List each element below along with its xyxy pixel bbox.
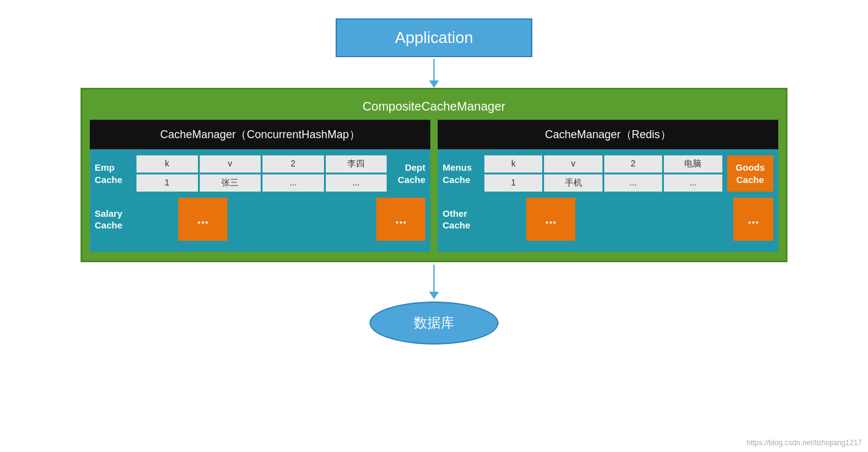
- diagram-container: Application CompositeCacheManager CacheM…: [0, 0, 868, 452]
- cache-manager-hashmap-title: CacheManager（ConcurrentHashMap）: [90, 120, 430, 149]
- database-label: 数据库: [414, 315, 454, 330]
- other-cache-label: OtherCache: [443, 198, 479, 241]
- application-label: Application: [395, 28, 473, 47]
- emp-grid-row-1: k v 2 李四: [136, 155, 387, 173]
- cache-manager-redis-title: CacheManager（Redis）: [438, 120, 778, 149]
- menus-cache-label: MenusCache: [443, 155, 479, 192]
- dept-cache-label: DeptCache: [392, 155, 425, 192]
- cache-manager-hashmap-content: EmpCache k v 2 李四 1 张三: [90, 149, 430, 246]
- cache-managers-row: CacheManager（ConcurrentHashMap） EmpCache…: [90, 120, 778, 252]
- cache-manager-redis: CacheManager（Redis） MenusCache k v 2: [438, 120, 778, 252]
- emp-grid-row-2: 1 张三 ... ...: [136, 174, 387, 192]
- emp-cell-lisi: 李四: [326, 155, 387, 173]
- menus-cell-1: 1: [484, 174, 542, 192]
- emp-cell-dots1: ...: [262, 174, 324, 192]
- menus-cell-dots1: ...: [604, 174, 662, 192]
- salary-dots1: ...: [178, 198, 227, 241]
- emp-cell-zhangsan: 张三: [200, 174, 261, 192]
- menus-cell-v: v: [544, 155, 602, 173]
- menus-cell-shouji: 手机: [544, 174, 602, 192]
- salary-cache-label: SalaryCache: [95, 198, 132, 241]
- other-dots2: ...: [733, 198, 773, 241]
- other-dots1: ...: [526, 198, 575, 241]
- emp-cache-grid: k v 2 李四 1 张三 ... ...: [136, 155, 387, 192]
- other-cache-row: OtherCache ... ...: [443, 198, 773, 241]
- other-spacer: ... ...: [484, 198, 773, 241]
- cache-manager-hashmap: CacheManager（ConcurrentHashMap） EmpCache…: [90, 120, 430, 252]
- salary-cache-row: SalaryCache ... ...: [95, 198, 425, 241]
- emp-cell-1: 1: [136, 174, 198, 192]
- salary-dots2: ...: [376, 198, 425, 241]
- menus-cell-diannao: 电脑: [664, 155, 722, 173]
- emp-cell-v: v: [200, 155, 261, 173]
- arrow-composite-to-db: [429, 262, 439, 299]
- emp-cell-2: 2: [262, 155, 324, 173]
- goods-cache-label: GoodsCache: [727, 155, 774, 192]
- salary-spacer: ... ...: [136, 198, 425, 241]
- composite-cache-manager-box: CompositeCacheManager CacheManager（Concu…: [81, 88, 787, 262]
- cache-manager-redis-content: MenusCache k v 2 电脑 1 手机: [438, 149, 778, 246]
- application-box: Application: [336, 18, 532, 57]
- composite-title: CompositeCacheManager: [90, 96, 778, 120]
- emp-cell-dots2: ...: [326, 174, 387, 192]
- emp-cell-k: k: [136, 155, 198, 173]
- menus-cell-k: k: [484, 155, 542, 173]
- menus-grid-row-1: k v 2 电脑: [484, 155, 722, 173]
- arrow-app-to-composite: [429, 57, 439, 88]
- menus-cache-row: MenusCache k v 2 电脑 1 手机: [443, 155, 773, 192]
- emp-cache-label: EmpCache: [95, 155, 132, 192]
- emp-cache-row: EmpCache k v 2 李四 1 张三: [95, 155, 425, 192]
- menus-cell-dots2: ...: [664, 174, 722, 192]
- menus-cell-2: 2: [604, 155, 662, 173]
- menus-cache-grid: k v 2 电脑 1 手机 ... ...: [484, 155, 722, 192]
- database-ellipse: 数据库: [369, 302, 499, 345]
- watermark: https://blog.csdn.net/lizhiqiang1217: [747, 438, 862, 447]
- menus-grid-row-2: 1 手机 ... ...: [484, 174, 722, 192]
